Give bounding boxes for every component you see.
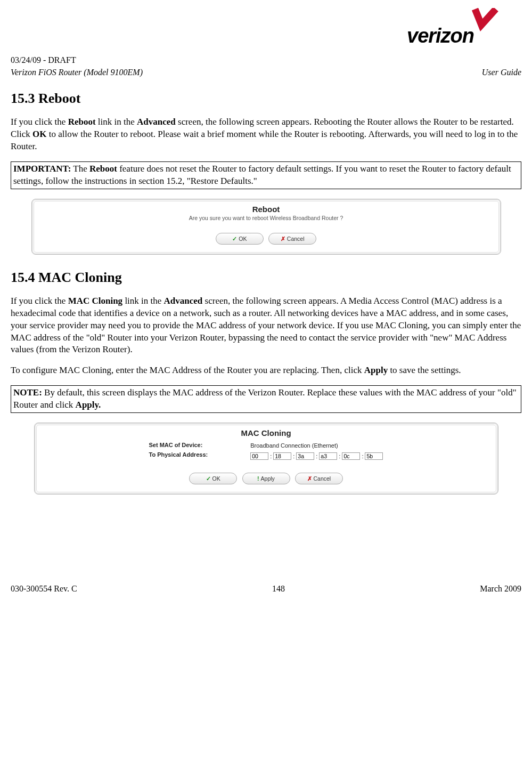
x-icon: ✗ xyxy=(281,236,285,242)
text: If you click the xyxy=(11,296,68,306)
colon: : xyxy=(270,453,272,459)
mac-octet-4[interactable] xyxy=(342,452,360,460)
reboot-intro: If you click the Reboot link in the Adva… xyxy=(11,116,521,153)
device-value: Broadband Connection (Ethernet) xyxy=(250,441,383,451)
text: To configure MAC Cloning, enter the MAC … xyxy=(11,365,364,375)
colon: : xyxy=(316,453,317,459)
text: to allow the Router to reboot. Please wa… xyxy=(11,129,518,151)
text-bold: Advanced xyxy=(164,296,203,306)
dialog-button-row: ✓OK !Apply ✗Cancel xyxy=(37,473,496,492)
doc-type: User Guide xyxy=(482,68,521,77)
reboot-dialog-screenshot: Reboot Are you sure you want to reboot W… xyxy=(31,199,501,255)
mac-octet-1[interactable] xyxy=(273,452,291,460)
mac-octet-3[interactable] xyxy=(319,452,337,460)
ok-label: OK xyxy=(212,475,220,482)
text: The xyxy=(71,164,89,174)
text-bold: Reboot xyxy=(89,164,117,174)
text-bold: Apply. xyxy=(76,400,101,410)
footer-left: 030-300554 Rev. C xyxy=(11,584,77,594)
colon: : xyxy=(362,453,363,459)
mac-form: Set MAC of Device: To Physical Address: … xyxy=(37,439,496,473)
dialog-title: Reboot xyxy=(34,201,498,215)
text-bold: Advanced xyxy=(137,117,176,127)
text: link in the xyxy=(122,296,163,306)
text-bold: Apply xyxy=(364,365,388,375)
colon: : xyxy=(339,453,340,459)
logo-area: verizon xyxy=(11,8,521,50)
apply-button[interactable]: !Apply xyxy=(242,473,290,484)
mac-values: Broadband Connection (Ethernet) ::::: xyxy=(250,441,383,462)
cancel-button[interactable]: ✗Cancel xyxy=(295,473,343,484)
colon: : xyxy=(293,453,294,459)
footer-right: March 2009 xyxy=(480,584,521,594)
mac-labels: Set MAC of Device: To Physical Address: xyxy=(149,441,208,462)
ok-button[interactable]: ✓OK xyxy=(216,233,264,245)
set-mac-label: Set MAC of Device: xyxy=(149,441,208,450)
header-row: Verizon FiOS Router (Model 9100EM) User … xyxy=(11,68,521,77)
svg-text:verizon: verizon xyxy=(407,25,474,47)
note-label: NOTE: xyxy=(13,387,42,398)
mac-octet-2[interactable] xyxy=(296,452,314,460)
text: If you click the xyxy=(11,117,68,127)
footer-center: 148 xyxy=(272,584,285,594)
x-icon: ✗ xyxy=(307,475,312,482)
important-label: IMPORTANT: xyxy=(13,164,71,174)
dialog-message: Are you sure you want to reboot Wireless… xyxy=(34,215,498,233)
cancel-button[interactable]: ✗Cancel xyxy=(268,233,316,245)
text-bold: OK xyxy=(32,129,46,139)
mac-dialog-screenshot: MAC Cloning Set MAC of Device: To Physic… xyxy=(34,423,498,495)
section-mac-title: 15.4 MAC Cloning xyxy=(11,270,521,286)
text: link in the xyxy=(96,117,137,127)
important-note-box: IMPORTANT: The Reboot feature does not r… xyxy=(11,161,521,189)
mac-input-row: ::::: xyxy=(250,451,383,462)
ok-label: OK xyxy=(239,236,247,242)
section-reboot-title: 15.3 Reboot xyxy=(11,91,521,107)
mac-intro-p1: If you click the MAC Cloning link in the… xyxy=(11,295,521,356)
dialog-title: MAC Cloning xyxy=(37,425,496,439)
mac-octet-0[interactable] xyxy=(250,452,268,460)
cancel-label: Cancel xyxy=(314,475,331,482)
apply-label: Apply xyxy=(261,475,275,482)
to-physical-label: To Physical Address: xyxy=(149,450,208,460)
footer: 030-300554 Rev. C 148 March 2009 xyxy=(11,580,521,594)
draft-date: 03/24/09 - DRAFT xyxy=(11,55,521,65)
text: to save the settings. xyxy=(388,365,461,375)
verizon-logo: verizon xyxy=(407,8,521,50)
text-bold: Reboot xyxy=(68,117,96,127)
mac-octet-5[interactable] xyxy=(365,452,383,460)
check-icon: ✓ xyxy=(232,236,237,242)
device-model: Verizon FiOS Router (Model 9100EM) xyxy=(11,68,143,77)
dialog-button-row: ✓OK ✗Cancel xyxy=(34,233,498,252)
exclaim-icon: ! xyxy=(257,475,259,482)
check-icon: ✓ xyxy=(206,475,211,482)
text-bold: MAC Cloning xyxy=(68,296,122,306)
mac-intro-p2: To configure MAC Cloning, enter the MAC … xyxy=(11,364,521,377)
cancel-label: Cancel xyxy=(287,236,305,242)
note-box: NOTE: By default, this screen displays t… xyxy=(11,385,521,413)
ok-button[interactable]: ✓OK xyxy=(189,473,237,484)
